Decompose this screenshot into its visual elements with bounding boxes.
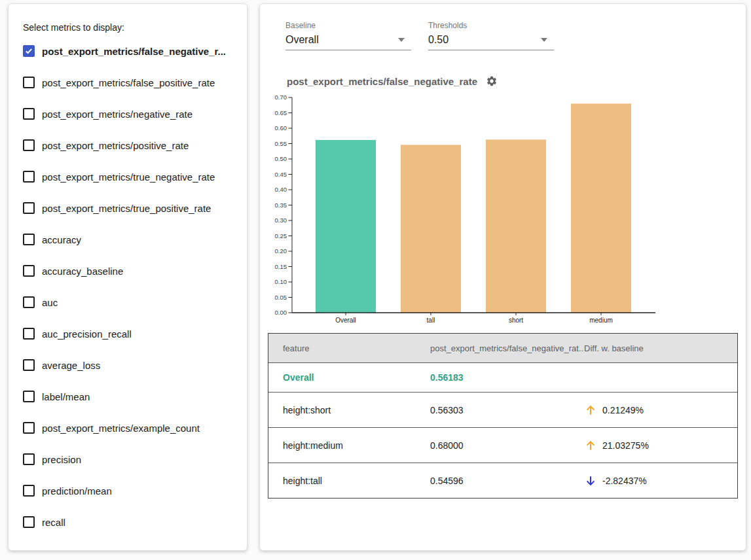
chevron-down-icon xyxy=(541,38,547,42)
y-axis-tick-label: 0.20 xyxy=(275,247,287,254)
metric-item-label: post_export_metrics/negative_rate xyxy=(42,109,192,120)
metric-item-post-export-metrics-negative-rate[interactable]: post_export_metrics/negative_rate xyxy=(23,98,235,130)
metric-item-label: precision xyxy=(42,454,81,465)
checkbox-unchecked-icon[interactable] xyxy=(23,108,35,120)
feature-cell: Overall xyxy=(283,372,430,383)
checkbox-unchecked-icon[interactable] xyxy=(23,296,35,308)
table-row-overall: Overall0.56183 xyxy=(268,363,737,393)
chevron-down-icon xyxy=(398,38,405,42)
checkbox-unchecked-icon[interactable] xyxy=(23,453,35,465)
arrow-up-icon xyxy=(584,404,597,417)
metric-item-label: auc xyxy=(42,297,58,308)
y-axis-tick-label: 0.55 xyxy=(275,140,287,147)
table-header-diff-w-baseline: Diff. w. baseline xyxy=(584,343,737,353)
checkbox-unchecked-icon[interactable] xyxy=(23,328,35,340)
metric-item-post-export-metrics-true-positive-rate[interactable]: post_export_metrics/true_positive_rate xyxy=(23,192,235,224)
controls-row: Baseline Overall Thresholds 0.50 xyxy=(285,21,746,50)
metric-item-recall[interactable]: recall xyxy=(23,506,235,538)
checkbox-checked-icon[interactable] xyxy=(23,45,35,57)
y-axis-tick-label: 0.65 xyxy=(275,109,287,116)
diff-cell: 0.21249% xyxy=(584,404,737,417)
metric-item-post-export-metrics-true-negative-rate[interactable]: post_export_metrics/true_negative_rate xyxy=(23,161,235,192)
y-axis-tick-label: 0.45 xyxy=(275,171,287,178)
metric-item-auc[interactable]: auc xyxy=(23,287,235,318)
checkbox-unchecked-icon[interactable] xyxy=(23,265,35,277)
thresholds-select-label: Thresholds xyxy=(428,21,554,30)
metrics-panel-title: Select metrics to display: xyxy=(23,22,235,33)
metric-value-cell: 0.68000 xyxy=(430,440,584,451)
metric-item-prediction-mean[interactable]: prediction/mean xyxy=(23,475,235,506)
y-axis-tick-label: 0.05 xyxy=(275,294,287,301)
feature-cell: height:tall xyxy=(283,476,430,486)
thresholds-select[interactable]: Thresholds 0.50 xyxy=(428,21,554,50)
x-axis-tick-label: short xyxy=(509,317,523,324)
metric-item-label: prediction/mean xyxy=(42,485,112,497)
y-axis-tick-label: 0.40 xyxy=(275,186,287,193)
metric-item-label-mean[interactable]: label/mean xyxy=(23,381,235,412)
metric-value-cell: 0.56183 xyxy=(430,372,584,383)
bar-short[interactable] xyxy=(486,139,546,313)
metric-item-auc-precision-recall[interactable]: auc_precision_recall xyxy=(23,318,235,349)
metric-item-post-export-metrics-example-count[interactable]: post_export_metrics/example_count xyxy=(23,412,235,444)
metric-value-cell: 0.56303 xyxy=(430,405,584,415)
metric-item-label: recall xyxy=(42,517,65,528)
metric-item-label: post_export_metrics/true_positive_rate xyxy=(42,203,211,214)
x-axis-tick-label: medium xyxy=(589,317,613,324)
diff-value: -2.82437% xyxy=(602,476,647,486)
bar-medium[interactable] xyxy=(571,103,631,313)
gear-icon[interactable] xyxy=(486,75,498,87)
y-axis-tick-label: 0.10 xyxy=(275,278,287,285)
bar-chart: 0.000.050.100.150.200.250.300.350.400.45… xyxy=(270,94,663,324)
diff-cell: -2.82437% xyxy=(584,474,737,487)
feature-cell: height:medium xyxy=(283,440,430,451)
metric-item-label: average_loss xyxy=(42,360,100,371)
metric-item-average-loss[interactable]: average_loss xyxy=(23,349,235,381)
arrow-down-icon xyxy=(584,474,597,487)
bar-overall[interactable] xyxy=(316,140,376,313)
bar-tall[interactable] xyxy=(401,145,461,313)
y-axis-tick-label: 0.50 xyxy=(275,155,287,162)
checkbox-unchecked-icon[interactable] xyxy=(23,234,35,245)
table-row-height-tall: height:tall0.54596-2.82437% xyxy=(268,463,737,498)
checkbox-unchecked-icon[interactable] xyxy=(23,77,35,88)
metric-item-label: post_export_metrics/true_negative_rate xyxy=(42,171,215,183)
table-row-height-medium: height:medium0.6800021.03275% xyxy=(268,428,737,463)
checkbox-unchecked-icon[interactable] xyxy=(23,171,35,183)
feature-cell: height:short xyxy=(283,405,430,415)
metric-item-label: post_export_metrics/example_count xyxy=(42,423,200,434)
metric-item-post-export-metrics-false-positive-rate[interactable]: post_export_metrics/false_positive_rate xyxy=(23,67,235,98)
checkbox-unchecked-icon[interactable] xyxy=(23,359,35,371)
metrics-table: featurepost_export_metrics/false_negativ… xyxy=(268,333,738,499)
metrics-list: post_export_metrics/false_negative_r...p… xyxy=(23,35,235,538)
diff-value: 0.21249% xyxy=(602,405,644,415)
metric-item-post-export-metrics-false-negative-r[interactable]: post_export_metrics/false_negative_r... xyxy=(23,35,235,67)
y-axis-tick-label: 0.35 xyxy=(275,201,287,209)
metric-item-accuracy[interactable]: accuracy xyxy=(23,224,235,255)
y-axis-tick-label: 0.30 xyxy=(275,217,287,224)
checkbox-unchecked-icon[interactable] xyxy=(23,516,35,528)
checkbox-unchecked-icon[interactable] xyxy=(23,422,35,434)
checkbox-unchecked-icon[interactable] xyxy=(23,485,35,497)
y-axis-tick-label: 0.60 xyxy=(275,124,287,131)
metrics-display-panel: Baseline Overall Thresholds 0.50 post_ex… xyxy=(259,3,746,551)
metric-item-label: accuracy_baseline xyxy=(42,266,123,277)
baseline-select[interactable]: Baseline Overall xyxy=(285,21,411,50)
table-header-row: featurepost_export_metrics/false_negativ… xyxy=(268,334,737,363)
metric-item-label: post_export_metrics/false_negative_r... xyxy=(42,46,226,57)
diff-value: 21.03275% xyxy=(602,440,649,451)
metric-item-label: accuracy xyxy=(42,234,81,245)
table-header-post-export-metrics-false-negative-rat: post_export_metrics/false_negative_rat..… xyxy=(430,343,584,353)
metric-item-accuracy-baseline[interactable]: accuracy_baseline xyxy=(23,255,235,287)
checkbox-unchecked-icon[interactable] xyxy=(23,202,35,214)
metrics-select-panel: Select metrics to display: post_export_m… xyxy=(8,3,247,551)
metric-item-label: post_export_metrics/false_positive_rate xyxy=(42,77,215,88)
y-axis-tick-label: 0.70 xyxy=(275,94,287,101)
table-row-height-short: height:short0.563030.21249% xyxy=(268,393,737,428)
metric-item-precision[interactable]: precision xyxy=(23,444,235,475)
metric-item-label: post_export_metrics/positive_rate xyxy=(42,140,189,151)
baseline-select-value: Overall xyxy=(285,34,319,46)
checkbox-unchecked-icon[interactable] xyxy=(23,139,35,151)
diff-cell: 21.03275% xyxy=(584,439,737,452)
checkbox-unchecked-icon[interactable] xyxy=(23,391,35,402)
metric-item-post-export-metrics-positive-rate[interactable]: post_export_metrics/positive_rate xyxy=(23,130,235,161)
